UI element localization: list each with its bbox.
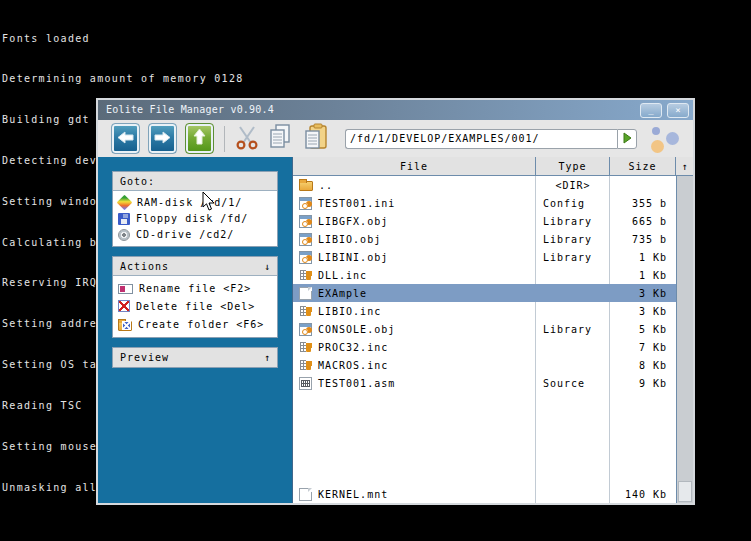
file-size: 1 Kb [610, 270, 676, 281]
file-type-icon [299, 488, 312, 501]
up-button[interactable] [185, 123, 214, 154]
file-row[interactable]: EXAmple 3 Kb [293, 284, 676, 302]
action-item[interactable]: Rename file <F2> [113, 279, 277, 297]
file-type-icon [299, 341, 312, 354]
file-size: 7 Kb [610, 342, 676, 353]
column-header-type[interactable]: Type [536, 157, 610, 175]
file-row[interactable]: CONSOLE.obj Library 5 Kb [293, 320, 676, 338]
file-type-icon [299, 233, 312, 246]
window-content: Goto: RAM-disk /rd/1/ Floppy disk /fd/ [98, 157, 693, 503]
paste-icon [302, 123, 330, 155]
goto-panel-body: RAM-disk /rd/1/ Floppy disk /fd/ CD-driv… [113, 191, 277, 246]
file-type-icon [299, 323, 312, 336]
action-icon [118, 300, 130, 312]
file-name: .. [319, 180, 333, 191]
file-row[interactable]: PROC32.inc 7 Kb [293, 338, 676, 356]
file-type-icon [299, 359, 312, 372]
file-type-icon [299, 287, 312, 300]
minimize-button[interactable]: _ [640, 103, 662, 118]
column-header-size[interactable]: Size [610, 157, 676, 175]
file-row[interactable]: .. <DIR> [293, 176, 676, 194]
goto-panel: Goto: RAM-disk /rd/1/ Floppy disk /fd/ [112, 171, 278, 247]
file-name: KERNEL.mnt [318, 489, 388, 500]
goto-item[interactable]: Floppy disk /fd/ [113, 210, 277, 226]
console-line: Determining amount of memory 0128 [2, 74, 244, 84]
console-line: Fonts loaded [2, 34, 244, 44]
action-item-label: Create folder <F6> [138, 319, 264, 330]
file-type-icon [299, 377, 312, 390]
file-row[interactable]: LIBGFX.obj Library 665 b [293, 212, 676, 230]
file-size: 9 Kb [610, 378, 676, 389]
file-size: 8 Kb [610, 360, 676, 371]
file-row[interactable]: LIBINI.obj Library 1 Kb [293, 248, 676, 266]
file-row[interactable]: DLL.inc 1 Kb [293, 266, 676, 284]
file-type-icon [299, 197, 312, 210]
collapse-down-icon[interactable]: ↓ [264, 261, 270, 272]
file-name: TEST001.ini [318, 198, 395, 209]
drive-icon [118, 229, 130, 241]
file-type-icon [299, 269, 312, 282]
file-name: DLL.inc [318, 270, 367, 281]
vertical-scrollbar[interactable] [676, 176, 693, 503]
copy-icon [267, 123, 295, 155]
actions-panel-title: Actions [120, 261, 169, 272]
copy-button[interactable] [267, 123, 295, 155]
file-size: 355 b [610, 198, 676, 209]
file-name: LIBGFX.obj [318, 216, 388, 227]
eolite-window: Eolite File Manager v0.90.4 _ × [96, 98, 695, 505]
toolbar-separator [224, 126, 225, 152]
paste-button[interactable] [302, 123, 330, 155]
go-button[interactable] [617, 129, 637, 149]
file-rows: .. <DIR> TEST001.ini Config [293, 176, 676, 503]
file-type-icon [299, 305, 312, 318]
dot-blue-large-icon [666, 132, 679, 145]
column-header-file[interactable]: File [293, 157, 536, 175]
address-bar [345, 129, 637, 149]
action-item[interactable]: Create folder <F6> [113, 315, 277, 333]
scrollbar-thumb[interactable] [678, 481, 692, 502]
window-title: Eolite File Manager v0.90.4 [106, 104, 635, 116]
forward-button[interactable] [148, 123, 177, 154]
file-row[interactable]: TEST001.ini Config 355 b [293, 194, 676, 212]
actions-panel-header[interactable]: Actions ↓ [113, 257, 277, 276]
action-icon [118, 284, 133, 294]
scroll-up-button[interactable]: ↑ [676, 157, 693, 175]
back-button[interactable] [111, 123, 140, 154]
file-list-header: File Type Size ↑ [293, 157, 693, 176]
file-name: EXAmple [318, 288, 367, 299]
window-titlebar[interactable]: Eolite File Manager v0.90.4 _ × [98, 100, 693, 120]
action-item[interactable]: Delete file <Del> [113, 297, 277, 315]
file-list-pane: File Type Size ↑ .. <DIR> [292, 157, 693, 503]
file-row[interactable]: MACROS.inc 8 Kb [293, 356, 676, 374]
address-input[interactable] [345, 129, 617, 149]
goto-item[interactable]: CD-drive /cd2/ [113, 226, 277, 242]
file-name: LIBINI.obj [318, 252, 388, 263]
cut-button[interactable] [234, 124, 260, 154]
file-row[interactable]: KERNEL.mnt 140 Kb [293, 485, 676, 503]
arrow-right-icon [154, 129, 171, 148]
file-type: Library [536, 234, 610, 245]
file-size: 665 b [610, 216, 676, 227]
goto-item-label: RAM-disk /rd/1/ [137, 197, 242, 208]
preview-panel-header[interactable]: Preview ↑ [113, 348, 277, 367]
file-size: 735 b [610, 234, 676, 245]
file-size: 3 Kb [610, 288, 676, 299]
action-item-label: Delete file <Del> [136, 301, 255, 312]
file-name: MACROS.inc [318, 360, 388, 371]
file-row[interactable]: TEST001.asm Source 9 Kb [293, 374, 676, 392]
file-size: 5 Kb [610, 324, 676, 335]
goto-panel-header: Goto: [113, 172, 277, 191]
file-type-icon [299, 251, 312, 264]
file-size: 1 Kb [610, 252, 676, 263]
file-row[interactable]: LIBIO.inc 3 Kb [293, 302, 676, 320]
goto-item[interactable]: RAM-disk /rd/1/ [113, 194, 277, 210]
expand-up-icon[interactable]: ↑ [264, 352, 270, 363]
file-type-icon [299, 181, 313, 191]
file-type: Library [536, 252, 610, 263]
go-triangle-icon [622, 129, 632, 148]
sidebar: Goto: RAM-disk /rd/1/ Floppy disk /fd/ [98, 157, 292, 503]
dot-orange-icon [651, 140, 664, 153]
file-row[interactable]: LIBIO.obj Library 735 b [293, 230, 676, 248]
scissors-icon [234, 124, 260, 154]
close-button[interactable]: × [667, 103, 689, 118]
